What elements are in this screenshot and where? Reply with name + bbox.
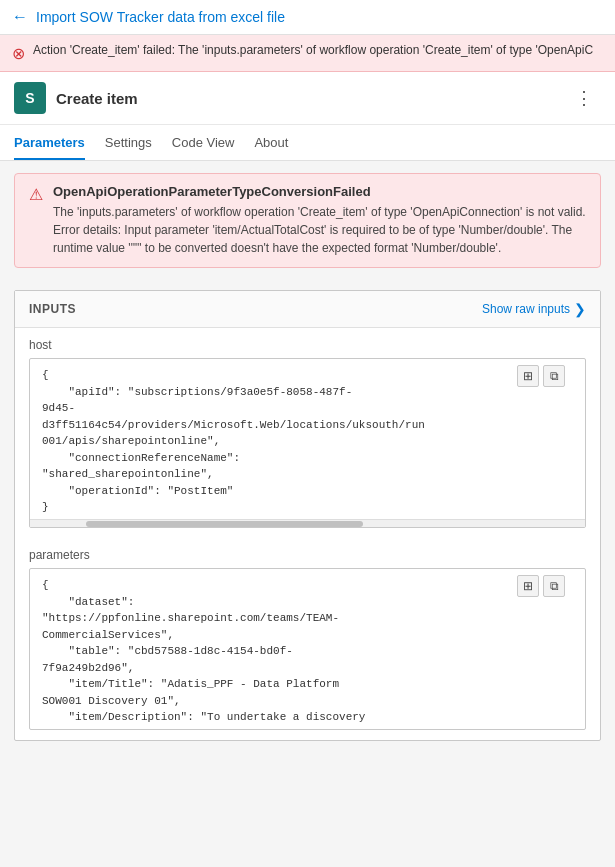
error-banner: ⊗ Action 'Create_item' failed: The 'inpu… [0,35,615,72]
parameters-grid-button[interactable]: ⊞ [517,575,539,597]
alert-icon: ⚠ [29,185,43,204]
alert-description: The 'inputs.parameters' of workflow oper… [53,203,586,257]
alert-box: ⚠ OpenApiOperationParameterTypeConversio… [14,173,601,268]
host-code-box: ⊞ ⧉ { "apiId": "subscriptions/9f3a0e5f-8… [29,358,586,528]
main-content: INPUTS Show raw inputs ❯ host ⊞ ⧉ { "api… [0,280,615,767]
show-raw-inputs-label: Show raw inputs [482,302,570,316]
back-button[interactable]: ← [12,8,28,26]
show-raw-inputs-button[interactable]: Show raw inputs ❯ [482,301,586,317]
error-icon: ⊗ [12,44,25,63]
create-item-left: S Create item [14,82,138,114]
more-options-button[interactable]: ⋮ [567,83,601,113]
host-grid-button[interactable]: ⊞ [517,365,539,387]
host-scrollbar-thumb [86,521,364,527]
create-item-title: Create item [56,90,138,107]
avatar: S [14,82,46,114]
host-code-content[interactable]: { "apiId": "subscriptions/9f3a0e5f-8058-… [30,359,585,519]
header-title: Import SOW Tracker data from excel file [36,9,285,25]
host-copy-button[interactable]: ⧉ [543,365,565,387]
chevron-right-icon: ❯ [574,301,586,317]
tab-settings[interactable]: Settings [105,125,152,160]
parameters-code-box: ⊞ ⧉ { "dataset": "https://ppfonline.shar… [29,568,586,730]
host-toolbar: ⊞ ⧉ [517,365,565,387]
parameters-copy-button[interactable]: ⧉ [543,575,565,597]
parameters-toolbar: ⊞ ⧉ [517,575,565,597]
error-banner-text: Action 'Create_item' failed: The 'inputs… [33,43,593,57]
inputs-header: INPUTS Show raw inputs ❯ [15,291,600,328]
top-header: ← Import SOW Tracker data from excel fil… [0,0,615,35]
alert-content: OpenApiOperationParameterTypeConversionF… [53,184,586,257]
host-label: host [29,338,586,352]
tab-parameters[interactable]: Parameters [14,125,85,160]
parameters-code-content[interactable]: { "dataset": "https://ppfonline.sharepoi… [30,569,585,729]
tabs-bar: Parameters Settings Code View About [0,125,615,161]
tab-code-view[interactable]: Code View [172,125,235,160]
create-item-header: S Create item ⋮ [0,72,615,125]
host-horizontal-scrollbar[interactable] [30,519,585,527]
host-section: host ⊞ ⧉ { "apiId": "subscriptions/9f3a0… [15,328,600,538]
alert-title: OpenApiOperationParameterTypeConversionF… [53,184,586,199]
tab-about[interactable]: About [254,125,288,160]
inputs-label: INPUTS [29,302,76,316]
inputs-section: INPUTS Show raw inputs ❯ host ⊞ ⧉ { "api… [14,290,601,741]
parameters-label: parameters [29,548,586,562]
parameters-section: parameters ⊞ ⧉ { "dataset": "https://ppf… [15,538,600,740]
